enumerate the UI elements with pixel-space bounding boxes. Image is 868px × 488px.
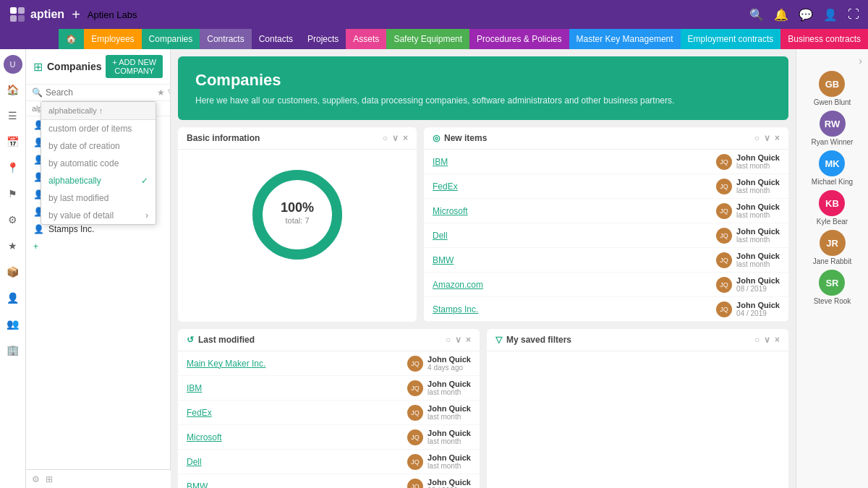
modified-link[interactable]: BMW bbox=[187, 481, 208, 489]
star-filter-icon[interactable]: ★ bbox=[157, 87, 165, 98]
rs-user-jane[interactable]: JR Jane Rabbit bbox=[813, 230, 851, 265]
widget-controls: ○ ∨ × bbox=[383, 133, 408, 143]
rs-name-steve: Steve Rook bbox=[814, 297, 851, 305]
tab-procedures[interactable]: Procedures & Policies bbox=[469, 29, 569, 49]
sidebar-person[interactable]: 👤 bbox=[3, 288, 23, 308]
lm-close-icon[interactable]: × bbox=[466, 335, 471, 345]
rs-user-steve[interactable]: SR Steve Rook bbox=[814, 270, 851, 305]
sidebar-list[interactable]: ☰ bbox=[3, 106, 23, 126]
list-grid-icon[interactable]: ⊞ bbox=[46, 474, 53, 484]
tab-assets[interactable]: Assets bbox=[346, 29, 386, 49]
modified-link[interactable]: Dell bbox=[187, 457, 202, 467]
sidebar-home[interactable]: 🏠 bbox=[3, 80, 23, 100]
new-item-link[interactable]: BMW bbox=[433, 255, 454, 265]
sidebar-flag[interactable]: ⚑ bbox=[3, 184, 23, 204]
sort-by-value[interactable]: by value of detail › bbox=[41, 207, 156, 224]
search-input[interactable] bbox=[46, 87, 154, 98]
sort-alphabetically[interactable]: alphabetically ✓ bbox=[41, 172, 156, 189]
rs-user-michael[interactable]: MK Michael King bbox=[812, 150, 853, 186]
sidebar-star[interactable]: ★ bbox=[3, 236, 23, 256]
widget-refresh-icon[interactable]: ○ bbox=[383, 133, 388, 143]
sf-refresh-icon[interactable]: ○ bbox=[754, 335, 760, 345]
expand-icon[interactable]: ⛶ bbox=[848, 8, 859, 21]
sort-trigger[interactable]: alphabetically ↑ alphabetically ↑ custom… bbox=[26, 101, 170, 116]
user-avatar-stamps: JQ bbox=[716, 301, 732, 317]
sort-by-code[interactable]: by automatic code bbox=[41, 155, 156, 172]
user-time: last month bbox=[427, 388, 471, 396]
new-item-link[interactable]: Amazon.com bbox=[433, 280, 483, 290]
user-info-ms: John Quick last month bbox=[736, 202, 780, 219]
modified-link[interactable]: Main Key Maker Inc. bbox=[187, 359, 265, 369]
global-add-button[interactable]: + bbox=[72, 7, 80, 23]
sort-custom-order[interactable]: custom order of items bbox=[41, 120, 156, 137]
lm-expand-icon[interactable]: ∨ bbox=[455, 335, 461, 345]
banner-title: Companies bbox=[195, 71, 771, 90]
new-item-user: JQ John Quick 08 / 2019 bbox=[716, 276, 780, 293]
tab-employees[interactable]: Employees bbox=[84, 29, 141, 49]
rs-collapse-icon[interactable]: › bbox=[859, 55, 862, 67]
user-avatar[interactable]: U bbox=[4, 55, 22, 74]
sidebar-calendar[interactable]: 📅 bbox=[3, 132, 23, 152]
user-info-amazon: John Quick 08 / 2019 bbox=[736, 276, 780, 293]
tab-companies[interactable]: Companies bbox=[142, 29, 200, 49]
lm-refresh-icon[interactable]: ○ bbox=[446, 335, 451, 345]
sidebar-gear[interactable]: ⚙ bbox=[3, 210, 23, 230]
sort-last-modified[interactable]: by last modified bbox=[41, 189, 156, 207]
top-nav: aptien + Aptien Labs 🔍 🔔 💬 👤 ⛶ bbox=[0, 0, 868, 29]
svg-rect-0 bbox=[10, 7, 17, 14]
add-company-item[interactable]: + bbox=[26, 238, 170, 255]
user-avatar: JQ bbox=[407, 405, 423, 421]
search-icon[interactable]: 🔍 bbox=[749, 8, 764, 22]
rs-avatar-michael: MK bbox=[819, 150, 845, 176]
user-icon[interactable]: 👤 bbox=[823, 8, 838, 22]
modified-user: JQ John Quick last month bbox=[407, 453, 471, 470]
tab-master[interactable]: Master Key Management bbox=[569, 29, 681, 49]
new-items-refresh-icon[interactable]: ○ bbox=[754, 133, 760, 143]
tab-contacts[interactable]: Contacts bbox=[252, 29, 300, 49]
rs-user-kyle[interactable]: KB Kyle Bear bbox=[817, 190, 848, 226]
sort-by-date[interactable]: by date of creation bbox=[41, 137, 156, 155]
sidebar-box[interactable]: 📦 bbox=[3, 262, 23, 282]
tab-employment[interactable]: Employment contracts bbox=[681, 29, 781, 49]
new-item-link[interactable]: IBM bbox=[433, 157, 448, 167]
new-item-link[interactable]: Stamps Inc. bbox=[433, 304, 478, 314]
page-title: Companies bbox=[47, 61, 101, 72]
tab-contracts[interactable]: Contracts bbox=[200, 29, 251, 49]
basic-info-title: Basic information bbox=[187, 133, 260, 143]
sort-custom-label: custom order of items bbox=[48, 124, 132, 134]
widget-expand-icon[interactable]: ∨ bbox=[392, 133, 399, 143]
add-new-company-button[interactable]: + ADD NEW COMPANY bbox=[106, 55, 163, 78]
modified-link[interactable]: FedEx bbox=[187, 408, 212, 418]
new-item-link[interactable]: Microsoft bbox=[433, 206, 468, 216]
svg-point-5 bbox=[258, 175, 337, 254]
tab-safety[interactable]: Safety Equipment bbox=[386, 29, 469, 49]
bell-icon[interactable]: 🔔 bbox=[774, 8, 788, 22]
widget-close-icon[interactable]: × bbox=[403, 133, 408, 143]
new-items-close-icon[interactable]: × bbox=[775, 133, 780, 143]
user-avatar: JQ bbox=[407, 380, 423, 396]
new-item-fedex: FedEx JQ John Quick last month bbox=[424, 174, 788, 199]
new-item-link[interactable]: FedEx bbox=[433, 181, 458, 192]
sf-expand-icon[interactable]: ∨ bbox=[764, 335, 770, 345]
sidebar-location[interactable]: 📍 bbox=[3, 158, 23, 178]
sf-close-icon[interactable]: × bbox=[775, 335, 780, 345]
rs-name-jane: Jane Rabbit bbox=[813, 257, 851, 265]
modified-link[interactable]: IBM bbox=[187, 383, 202, 393]
new-item-bmw: BMW JQ John Quick last month bbox=[424, 248, 788, 273]
user-time: last month bbox=[736, 211, 780, 219]
rs-user-ryan[interactable]: RW Ryan Winner bbox=[812, 111, 854, 146]
rs-user-gwen[interactable]: GB Gwen Blunt bbox=[814, 71, 851, 106]
sidebar-group[interactable]: 👥 bbox=[3, 314, 23, 334]
tab-home[interactable]: 🏠 bbox=[59, 29, 84, 49]
chat-icon[interactable]: 💬 bbox=[799, 8, 813, 22]
list-settings-icon[interactable]: ⚙ bbox=[32, 474, 40, 484]
sidebar-org[interactable]: 🏢 bbox=[3, 340, 23, 360]
tab-business[interactable]: Business contracts bbox=[780, 29, 868, 49]
tab-projects[interactable]: Projects bbox=[300, 29, 346, 49]
list-panel: ⊞ Companies + ADD NEW COMPANY 🔍 ★ ▽ alph… bbox=[26, 49, 171, 488]
user-info: John Quick last month bbox=[427, 404, 471, 421]
new-item-link[interactable]: Dell bbox=[433, 231, 448, 241]
new-items-expand-icon[interactable]: ∨ bbox=[764, 133, 770, 143]
modified-link[interactable]: Microsoft bbox=[187, 432, 222, 442]
new-item-amazon: Amazon.com JQ John Quick 08 / 2019 bbox=[424, 273, 788, 297]
